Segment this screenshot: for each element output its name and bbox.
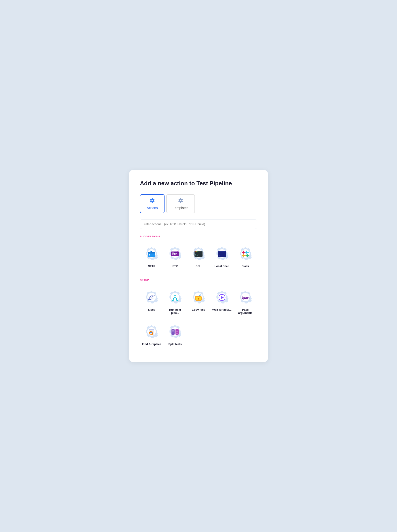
- local-shell-label: Local Shell: [215, 265, 229, 268]
- setup-grid: Z Z Z Sleep: [140, 285, 257, 318]
- action-item-copy-files[interactable]: Copy files: [187, 285, 210, 318]
- split-tests-icon: [171, 328, 179, 336]
- page-title: Add a new action to Test Pipeline: [140, 180, 257, 187]
- svg-rect-68: [172, 332, 173, 332]
- ftp-gear: FTP: [167, 245, 184, 262]
- svg-text:SSH: SSH: [195, 253, 199, 256]
- setup-section: SETUP Z Z Z Slee: [140, 279, 257, 349]
- action-item-sftp[interactable]: SFTP: [140, 242, 163, 271]
- setup-label: SETUP: [140, 279, 257, 281]
- pass-arguments-label: Pass arguments: [235, 308, 255, 315]
- run-next-pipe-icon: [171, 293, 179, 302]
- action-item-wait-for-approval[interactable]: Wait for appr...: [210, 285, 234, 318]
- tab-templates[interactable]: Templates: [166, 194, 195, 213]
- find-replace-label: Find & replace: [142, 343, 161, 346]
- search-input[interactable]: [140, 220, 257, 229]
- svg-text:>_: >_: [219, 254, 222, 256]
- svg-rect-4: [149, 254, 150, 255]
- wait-for-approval-gear: [213, 289, 230, 306]
- svg-rect-6: [150, 251, 151, 252]
- find-replace-gear: [143, 323, 160, 340]
- local-shell-gear: >_: [213, 245, 230, 262]
- svg-rect-11: [172, 252, 174, 252]
- templates-tab-icon: [178, 198, 183, 204]
- svg-point-46: [176, 299, 178, 301]
- ssh-icon: SSH: [194, 250, 203, 258]
- svg-point-18: [196, 252, 197, 252]
- copy-files-gear: [190, 289, 207, 306]
- section-divider: [140, 273, 257, 273]
- tab-bar: Actions Templates: [140, 194, 257, 213]
- suggestions-grid: SFTP FTP: [140, 242, 257, 271]
- run-next-pipe-gear: [167, 289, 184, 306]
- wait-for-approval-icon: [218, 293, 226, 302]
- action-item-ftp[interactable]: FTP FTP: [163, 242, 187, 271]
- svg-point-53: [221, 297, 223, 299]
- svg-rect-67: [172, 331, 174, 332]
- ftp-icon: FTP: [171, 250, 179, 258]
- svg-line-48: [175, 298, 177, 299]
- actions-tab-icon: [149, 198, 155, 204]
- svg-point-35: [245, 252, 246, 253]
- svg-rect-3: [149, 253, 151, 253]
- svg-rect-28: [242, 252, 245, 253]
- svg-point-38: [245, 255, 246, 256]
- sleep-gear: Z Z Z: [143, 289, 160, 306]
- action-item-local-shell[interactable]: >_ Local Shell: [210, 242, 234, 271]
- svg-text:FTP: FTP: [172, 253, 177, 255]
- suggestions-section: SUGGESTIONS: [140, 235, 257, 271]
- svg-rect-34: [246, 252, 249, 253]
- action-item-find-replace[interactable]: Find & replace: [140, 320, 163, 349]
- svg-point-17: [195, 252, 196, 252]
- action-item-split-tests[interactable]: Split tests: [163, 320, 187, 349]
- svg-rect-66: [172, 330, 174, 331]
- svg-rect-23: [218, 251, 226, 252]
- wait-for-approval-label: Wait for appr...: [212, 308, 232, 311]
- svg-point-44: [174, 296, 176, 298]
- svg-rect-13: [177, 251, 178, 252]
- svg-point-45: [172, 299, 174, 301]
- pass-arguments-gear: $param: [237, 289, 254, 306]
- split-tests-label: Split tests: [168, 343, 182, 346]
- pass-arguments-icon: $param: [242, 293, 249, 302]
- action-item-run-next-pipe[interactable]: Run next pipe...: [163, 285, 187, 318]
- svg-rect-31: [246, 255, 249, 256]
- slack-gear: [237, 245, 254, 262]
- tab-templates-label: Templates: [173, 206, 188, 210]
- action-item-sleep[interactable]: Z Z Z Sleep: [140, 285, 163, 318]
- copy-files-icon: [194, 293, 203, 302]
- find-replace-icon: [148, 328, 155, 336]
- ftp-label: FTP: [172, 265, 178, 268]
- svg-rect-37: [242, 255, 245, 256]
- action-item-ssh[interactable]: SSH SSH: [187, 242, 210, 271]
- svg-point-24: [219, 252, 219, 252]
- run-next-pipe-label: Run next pipe...: [165, 308, 185, 315]
- tab-actions-label: Actions: [147, 206, 158, 210]
- main-card: Add a new action to Test Pipeline Action…: [129, 170, 268, 362]
- svg-point-19: [197, 252, 198, 252]
- sftp-gear: [143, 245, 160, 262]
- suggestions-label: SUGGESTIONS: [140, 235, 257, 238]
- svg-text:Z: Z: [153, 295, 155, 298]
- local-shell-icon: >_: [218, 250, 226, 258]
- svg-rect-58: [149, 329, 154, 330]
- svg-line-47: [173, 298, 175, 299]
- tab-actions[interactable]: Actions: [140, 194, 165, 213]
- ssh-gear: SSH: [190, 245, 207, 262]
- ssh-label: SSH: [196, 265, 201, 268]
- copy-files-label: Copy files: [192, 308, 205, 311]
- sftp-label: SFTP: [148, 265, 155, 268]
- setup-grid-2: Find & replace: [140, 320, 257, 349]
- slack-label: Slack: [242, 265, 249, 268]
- svg-rect-16: [195, 251, 202, 252]
- sftp-icon: [148, 250, 155, 258]
- slack-icon: [242, 250, 249, 258]
- action-item-pass-arguments[interactable]: $param Pass arguments: [234, 285, 257, 318]
- split-tests-gear: [167, 323, 184, 340]
- sleep-icon: Z Z Z: [148, 293, 155, 302]
- svg-text:$param: $param: [242, 296, 249, 300]
- action-item-slack[interactable]: Slack: [234, 242, 257, 271]
- sleep-label: Sleep: [148, 308, 155, 311]
